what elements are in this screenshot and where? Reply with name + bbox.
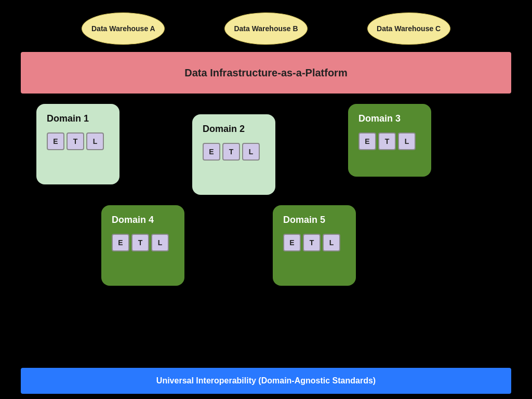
domain-2-etl: E T L: [203, 143, 265, 161]
domain-3-etl: E T L: [358, 132, 421, 150]
domain-1-title: Domain 1: [47, 113, 109, 124]
domain-4-l: L: [151, 234, 169, 251]
domains-row-top: Domain 1 E T L Domain 2 E T L Domain 3: [21, 104, 511, 200]
domain-5-l: L: [323, 234, 340, 251]
domain-4-t: T: [131, 234, 149, 251]
domain-4-title: Domain 4: [112, 215, 174, 225]
bottom-bar: Universal Interoperability (Domain-Agnos…: [21, 368, 511, 394]
domains-row-bottom: Domain 4 E T L Domain 5 E T L: [21, 205, 511, 296]
domain-2-title: Domain 2: [203, 124, 265, 135]
domain-4-e: E: [112, 234, 129, 251]
domain-3-title: Domain 3: [358, 113, 421, 124]
domain-2-e: E: [203, 143, 220, 161]
domain-5-etl: E T L: [283, 234, 345, 251]
domain-5-e: E: [283, 234, 301, 251]
domain-1-e: E: [47, 132, 64, 150]
main-container: Data Warehouse A Data Warehouse B Data W…: [0, 0, 532, 399]
warehouse-b-label: Data Warehouse B: [234, 24, 298, 33]
warehouse-c: Data Warehouse C: [367, 12, 450, 45]
domain-3-e: E: [358, 132, 376, 150]
domain-5-t: T: [303, 234, 321, 251]
domain-1-l: L: [86, 132, 104, 150]
domain-4-etl: E T L: [112, 234, 174, 251]
domain-3-l: L: [398, 132, 416, 150]
domain-1-t: T: [66, 132, 84, 150]
domain-3: Domain 3 E T L: [348, 104, 431, 177]
infrastructure-bar: Data Infrastructure-as-a-Platform: [21, 52, 511, 94]
warehouse-a: Data Warehouse A: [82, 12, 165, 45]
domain-5-title: Domain 5: [283, 215, 345, 225]
domain-2-l: L: [242, 143, 260, 161]
bottom-bar-label: Universal Interoperability (Domain-Agnos…: [156, 376, 376, 385]
domain-5: Domain 5 E T L: [273, 205, 356, 286]
warehouse-b: Data Warehouse B: [224, 12, 308, 45]
warehouse-a-label: Data Warehouse A: [91, 24, 155, 33]
warehouses-row: Data Warehouse A Data Warehouse B Data W…: [21, 5, 511, 52]
domain-4: Domain 4 E T L: [101, 205, 184, 286]
domain-1-etl: E T L: [47, 132, 109, 150]
infrastructure-label: Data Infrastructure-as-a-Platform: [184, 67, 347, 79]
domain-2-t: T: [222, 143, 240, 161]
warehouse-c-label: Data Warehouse C: [377, 24, 441, 33]
domain-1: Domain 1 E T L: [36, 104, 119, 184]
domain-2: Domain 2 E T L: [192, 114, 275, 195]
domains-area: Domain 1 E T L Domain 2 E T L Domain 3: [21, 104, 511, 363]
domain-3-t: T: [378, 132, 396, 150]
